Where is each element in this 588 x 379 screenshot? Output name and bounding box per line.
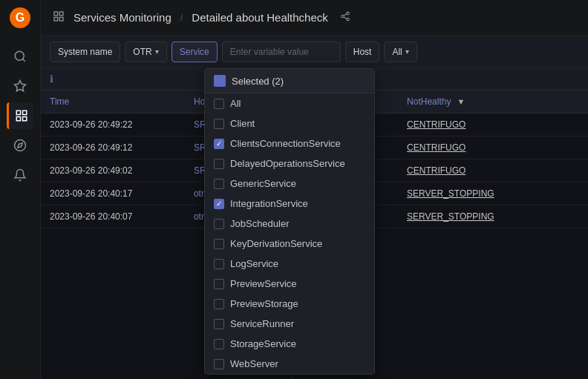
dropdown-item-label: StorageService	[230, 338, 296, 349]
sidebar-item-explore[interactable]	[7, 132, 33, 159]
sidebar-item-alerts[interactable]	[7, 162, 33, 188]
filterbar: System name OTR ▾ Service Host All ▾ Sel…	[41, 36, 588, 68]
svg-rect-5	[16, 117, 20, 121]
dropdown-item-checkbox[interactable]	[214, 219, 224, 229]
topbar: Services Monitoring / Detailed about Hea…	[41, 0, 588, 36]
dropdown-item-label: ServiceRunner	[230, 318, 294, 329]
app-logo[interactable]: G	[8, 6, 32, 30]
dropdown-item-checkbox[interactable]	[214, 159, 224, 169]
dropdown-item[interactable]: Client	[205, 113, 374, 134]
dropdown-item[interactable]: ServiceRunner	[205, 314, 374, 334]
dropdown-item[interactable]: StorageService	[205, 334, 374, 354]
otr-chevron-icon: ▾	[155, 47, 159, 56]
dropdown-item-checkbox[interactable]	[214, 319, 224, 329]
dropdown-item-checkbox[interactable]	[214, 239, 224, 249]
svg-point-7	[15, 140, 26, 151]
dropdown-item[interactable]: WebServer	[205, 354, 374, 374]
dropdown-item-label: PreviewStorage	[230, 298, 298, 309]
dropdown-item[interactable]: DelayedOperationsService	[205, 154, 374, 174]
sidebar-item-search[interactable]	[7, 43, 33, 70]
svg-rect-12	[59, 17, 63, 21]
svg-rect-3	[16, 111, 20, 114]
share-icon[interactable]	[340, 11, 350, 24]
svg-point-13	[347, 12, 350, 15]
service-dropdown-panel: Selected (2) AllClientClientsConnectionS…	[204, 68, 375, 375]
logo-circle: G	[10, 7, 30, 28]
dropdown-item-checkbox[interactable]	[214, 339, 224, 349]
svg-rect-10	[59, 12, 63, 16]
svg-rect-9	[54, 12, 58, 16]
svg-marker-2	[15, 81, 26, 91]
time-cell: 2023-09-26 20:49:12	[41, 136, 185, 159]
dropdown-item-checkbox[interactable]	[214, 199, 224, 209]
dropdown-items-list: AllClientClientsConnectionServiceDelayed…	[205, 93, 374, 374]
variable-value-input[interactable]	[222, 42, 341, 62]
svg-point-0	[15, 51, 24, 60]
dropdown-item[interactable]: PreviewService	[205, 274, 374, 294]
all-chevron-icon: ▾	[405, 47, 409, 56]
dropdown-item-checkbox[interactable]	[214, 259, 224, 269]
svg-rect-11	[54, 17, 58, 21]
dropdown-item-checkbox[interactable]	[214, 139, 224, 149]
not-healthy-cell[interactable]: CENTRIFUGO	[398, 113, 588, 136]
breadcrumb-separator: /	[180, 12, 183, 23]
dropdown-item[interactable]: GenericService	[205, 174, 374, 194]
filter-funnel-icon[interactable]: ▼	[457, 97, 466, 106]
service-dropdown: Selected (2) AllClientClientsConnectionS…	[204, 68, 375, 375]
dropdown-item[interactable]: JobScheduler	[205, 214, 374, 234]
time-cell: 2023-09-26 20:40:17	[41, 182, 185, 205]
svg-line-17	[344, 14, 347, 16]
breadcrumb-sub[interactable]: Detailed about Healthcheck	[192, 11, 327, 24]
dropdown-item-checkbox[interactable]	[214, 119, 224, 129]
main-content: Services Monitoring / Detailed about Hea…	[41, 0, 588, 379]
time-cell: 2023-09-26 20:49:02	[41, 159, 185, 182]
time-column-header: Time	[41, 90, 185, 113]
not-healthy-cell[interactable]: CENTRIFUGO	[398, 136, 588, 159]
svg-point-14	[342, 15, 344, 18]
grid-icon	[53, 10, 65, 24]
dropdown-item-label: LogService	[230, 258, 278, 269]
dropdown-item[interactable]: ClientsConnectionService	[205, 134, 374, 154]
dropdown-item[interactable]: KeyDerivationService	[205, 234, 374, 254]
dropdown-item[interactable]: PreviewStorage	[205, 294, 374, 314]
dropdown-item-checkbox[interactable]	[214, 359, 224, 369]
otr-filter[interactable]: OTR ▾	[125, 42, 166, 62]
dropdown-item-label: WebServer	[230, 358, 278, 369]
dropdown-item[interactable]: All	[205, 93, 374, 113]
dropdown-item-checkbox[interactable]	[214, 179, 224, 189]
dropdown-item[interactable]: LogService	[205, 254, 374, 274]
dropdown-item-checkbox[interactable]	[214, 99, 224, 109]
system-name-filter[interactable]: System name	[50, 42, 120, 62]
time-cell: 2023-09-26 20:40:07	[41, 205, 185, 228]
not-healthy-cell[interactable]: SERVER_STOPPING	[398, 205, 588, 228]
svg-line-16	[344, 17, 347, 19]
dropdown-item-checkbox[interactable]	[214, 279, 224, 289]
selected-badge	[214, 75, 226, 87]
dropdown-item-label: Client	[230, 118, 255, 129]
breadcrumb-root[interactable]: Services Monitoring	[74, 11, 172, 24]
dropdown-item-label: GenericService	[230, 178, 296, 189]
service-filter[interactable]: Service	[172, 42, 218, 62]
info-icon: ℹ	[50, 73, 53, 85]
svg-line-1	[22, 59, 24, 61]
dropdown-item-label: JobScheduler	[230, 218, 290, 229]
not-healthy-cell[interactable]: CENTRIFUGO	[398, 159, 588, 182]
sidebar-item-dashboard[interactable]	[7, 102, 33, 129]
not-healthy-col-header: NotHealthy ▼	[398, 90, 588, 113]
all-filter[interactable]: All ▾	[384, 42, 416, 62]
svg-marker-8	[18, 143, 22, 148]
sidebar-item-favorites[interactable]	[7, 73, 33, 99]
dropdown-item-label: ClientsConnectionService	[230, 138, 341, 149]
dropdown-item[interactable]: IntegrationService	[205, 194, 374, 214]
dropdown-item-label: IntegrationService	[230, 198, 308, 209]
time-cell: 2023-09-26 20:49:22	[41, 113, 185, 136]
selected-count-label: Selected (2)	[232, 76, 284, 87]
sidebar: G	[0, 0, 41, 379]
host-filter[interactable]: Host	[345, 42, 380, 62]
dropdown-item-label: All	[230, 98, 241, 109]
not-healthy-badge: NotHealthy ▼	[407, 96, 579, 107]
dropdown-item-checkbox[interactable]	[214, 299, 224, 309]
not-healthy-cell[interactable]: SERVER_STOPPING	[398, 182, 588, 205]
dropdown-header: Selected (2)	[205, 69, 374, 93]
svg-rect-4	[22, 111, 26, 114]
